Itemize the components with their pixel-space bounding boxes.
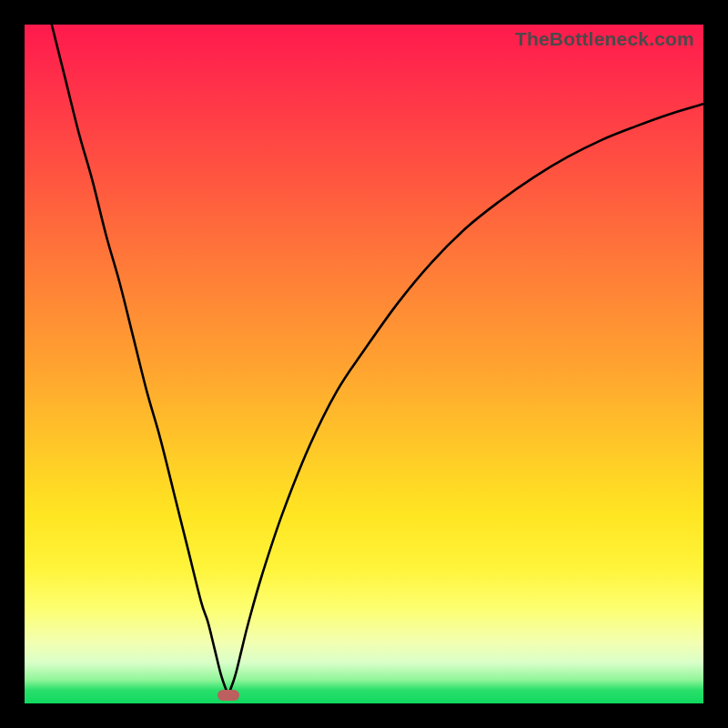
bottleneck-curve [25, 25, 703, 703]
chart-frame: TheBottleneck.com [0, 0, 728, 728]
optimal-point-marker [217, 690, 239, 701]
plot-area: TheBottleneck.com [25, 25, 703, 703]
